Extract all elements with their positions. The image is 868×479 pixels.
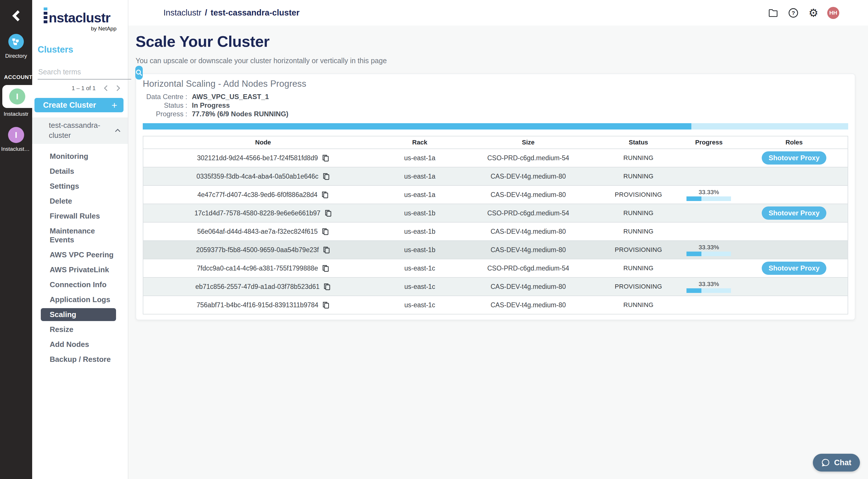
- progress-cell: 33.33%: [677, 244, 741, 256]
- node-progress-bar: [686, 196, 731, 201]
- rack-value: us-east-1c: [404, 264, 435, 272]
- status-value: RUNNING: [623, 264, 653, 272]
- column-header-status: Status: [600, 139, 677, 146]
- horizontal-scaling-card: Horizontal Scaling - Add Nodes Progress …: [135, 73, 855, 320]
- pagination-prev-button[interactable]: [103, 85, 108, 92]
- rack-cell: us-east-1a: [383, 172, 457, 180]
- sidebar-item-connection-info[interactable]: Connection Info: [41, 278, 116, 291]
- table-row: 17c1d4d7-7578-4580-8228-9e6e6e661b97 us-…: [143, 203, 847, 222]
- rack-value: us-east-1b: [404, 209, 435, 217]
- search-input[interactable]: [38, 66, 131, 79]
- shotover-proxy-button[interactable]: Shotover Proxy: [762, 262, 826, 275]
- sidebar-item-application-logs[interactable]: Application Logs: [41, 293, 116, 306]
- node-cell: 756abf71-b4bc-4f16-915d-8391311b9784: [143, 301, 383, 309]
- copy-node-id-button[interactable]: [322, 264, 329, 272]
- folder-button[interactable]: [767, 7, 779, 19]
- sidebar-item-monitoring[interactable]: Monitoring: [41, 150, 116, 163]
- copy-icon: [322, 154, 329, 162]
- sidebar-item-settings[interactable]: Settings: [41, 180, 116, 193]
- size-cell: CSO-PRD-c6gd.medium-54: [457, 264, 600, 272]
- size-value: CSO-PRD-c6gd.medium-54: [487, 264, 569, 272]
- copy-node-id-button[interactable]: [321, 191, 329, 199]
- pagination-next-button[interactable]: [116, 85, 121, 92]
- node-id: 756abf71-b4bc-4f16-915d-8391311b9784: [196, 301, 318, 309]
- copy-node-id-button[interactable]: [322, 154, 329, 162]
- status-cell: RUNNING: [600, 154, 677, 162]
- sidebar-item-directory[interactable]: Directory: [5, 34, 27, 59]
- sidebar-item-maintenance-events[interactable]: Maintenance Events: [41, 225, 116, 246]
- cluster-accordion-header[interactable]: test-cassandra-cluster: [32, 118, 128, 144]
- user-avatar[interactable]: HH: [827, 7, 839, 19]
- rack-cell: us-east-1c: [383, 301, 457, 309]
- directory-label: Directory: [5, 53, 27, 59]
- rack-value: us-east-1c: [404, 283, 435, 291]
- copy-node-id-button[interactable]: [323, 283, 331, 291]
- shotover-proxy-button[interactable]: Shotover Proxy: [762, 206, 826, 220]
- status-cell: RUNNING: [600, 228, 677, 235]
- page-subtitle: You can upscale or downscale your cluste…: [135, 57, 855, 65]
- table-row: 7fdcc9a0-ca14-4c96-a381-755f1799888e us-…: [143, 259, 847, 277]
- chevron-right-icon: [116, 85, 121, 92]
- collapse-sidebar-button[interactable]: [0, 9, 32, 23]
- copy-node-id-button[interactable]: [323, 246, 330, 254]
- node-progress-fill: [686, 252, 702, 256]
- size-value: CAS-DEV-t4g.medium-80: [491, 191, 566, 199]
- chat-bubble-icon: [822, 458, 830, 467]
- search-icon: [135, 69, 143, 76]
- settings-button[interactable]: ⚙: [807, 7, 820, 19]
- sidebar-item-delete[interactable]: Delete: [41, 195, 116, 207]
- nodes-table: NodeRackSizeStatusProgressRoles 302121dd…: [143, 136, 848, 315]
- help-icon: ?: [788, 8, 799, 18]
- chat-button[interactable]: Chat: [813, 454, 860, 472]
- table-row: 302121dd-9d24-4566-be17-f24f581fd8d9 us-…: [143, 149, 847, 167]
- status-cell: PROVISIONING: [600, 283, 677, 290]
- node-cell: 17c1d4d7-7578-4580-8228-9e6e6e661b97: [143, 209, 383, 217]
- status-value: RUNNING: [623, 172, 653, 180]
- shotover-proxy-button[interactable]: Shotover Proxy: [762, 151, 826, 164]
- copy-icon: [321, 191, 329, 199]
- copy-node-id-button[interactable]: [324, 209, 332, 217]
- node-cell: 56e064af-d44d-4843-ae7a-f32ec824f615: [143, 228, 383, 235]
- copy-icon: [323, 283, 331, 291]
- sidebar-item-backup-restore[interactable]: Backup / Restore: [41, 353, 116, 366]
- sidebar-item-scaling[interactable]: Scaling: [41, 308, 116, 321]
- sidebar-item-add-nodes[interactable]: Add Nodes: [41, 338, 116, 351]
- copy-node-id-button[interactable]: [322, 228, 329, 235]
- node-cell: 302121dd-9d24-4566-be17-f24f581fd8d9: [143, 154, 383, 162]
- sidebar-item-firewall-rules[interactable]: Firewall Rules: [41, 210, 116, 223]
- account-item[interactable]: I: [8, 127, 24, 143]
- sidebar-item-details[interactable]: Details: [41, 165, 116, 178]
- roles-cell: Shotover Proxy: [741, 151, 847, 164]
- table-header-row: NodeRackSizeStatusProgressRoles: [143, 136, 847, 149]
- node-progress-label: 33.33%: [699, 281, 719, 287]
- page-title: Scale Your Cluster: [135, 32, 855, 50]
- accounts-list: IInstaclustrIInstaclustr Pr...: [0, 81, 32, 152]
- status-cell: RUNNING: [600, 209, 677, 217]
- sidebar-item-resize[interactable]: Resize: [41, 323, 116, 336]
- roles-cell: Shotover Proxy: [741, 262, 847, 275]
- search-button[interactable]: [135, 66, 143, 79]
- node-cell: eb71c856-2557-47d9-a1ad-03f78b523d61: [143, 283, 383, 291]
- create-cluster-button[interactable]: Create Cluster +: [34, 98, 124, 112]
- copy-node-id-button[interactable]: [322, 301, 330, 309]
- copy-icon: [322, 264, 329, 272]
- node-progress-fill: [686, 196, 702, 201]
- help-button[interactable]: ?: [787, 7, 800, 19]
- sidebar-item-aws-privatelink[interactable]: AWS PrivateLink: [41, 263, 116, 276]
- breadcrumb-root[interactable]: Instaclustr: [163, 8, 202, 18]
- cluster-pagination: 1 – 1 of 1: [32, 85, 121, 92]
- node-progress-label: 33.33%: [699, 244, 719, 251]
- table-row: 56e064af-d44d-4843-ae7a-f32ec824f615 us-…: [143, 222, 847, 241]
- size-value: CAS-DEV-t4g.medium-80: [491, 283, 566, 291]
- status-value: RUNNING: [623, 228, 653, 235]
- node-progress-fill: [686, 288, 702, 293]
- scaling-info: Data Centre :AWS_VPC_US_EAST_1Status :In…: [143, 93, 848, 118]
- copy-node-id-button[interactable]: [322, 172, 330, 180]
- sidebar-item-aws-vpc-peering[interactable]: AWS VPC Peering: [41, 248, 116, 261]
- size-cell: CAS-DEV-t4g.medium-80: [457, 301, 600, 309]
- overall-progress-bar: [143, 123, 848, 129]
- node-id: 4e47c77f-d407-4c38-9ed6-6f0f886a28d4: [197, 191, 317, 199]
- node-cell: 0335f359-f3db-4ca4-aba4-0a50ab1e646c: [143, 172, 383, 180]
- info-label: Status :: [143, 101, 187, 109]
- account-item[interactable]: I: [2, 85, 32, 108]
